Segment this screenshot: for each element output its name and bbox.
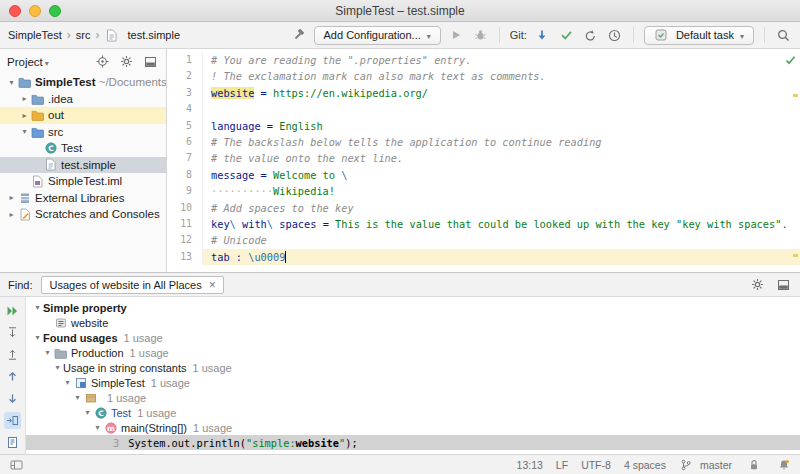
minimize-window-button[interactable] [29, 5, 41, 17]
editor-line-12[interactable]: 12# Unicode [167, 232, 800, 248]
autoscroll-to-source-button[interactable] [4, 412, 21, 429]
inspections-status-icon[interactable] [785, 51, 796, 69]
breadcrumb-project[interactable]: SimpleTest [8, 29, 62, 41]
pkg-icon [83, 392, 98, 404]
find-tree-item-test[interactable]: ▾CTest1 usage [26, 405, 800, 420]
editor-line-7[interactable]: 7# the value onto the next line. [167, 150, 800, 166]
tree-toggle-icon[interactable]: ▸ [19, 94, 30, 103]
zoom-window-button[interactable] [49, 5, 61, 17]
tree-toggle-icon[interactable]: ▾ [32, 303, 43, 312]
breadcrumb-file[interactable]: test.simple [127, 29, 180, 41]
toolbar-separator [499, 27, 500, 43]
pfile-icon [43, 158, 58, 171]
hide-project-panel-button[interactable] [142, 53, 159, 70]
line-number: 12 [167, 232, 203, 248]
editor-line-2[interactable]: 2! The exclamation mark can also mark te… [167, 68, 800, 84]
notifications-icon[interactable] [775, 456, 792, 473]
find-tree-item-production[interactable]: ▾Production1 usage [26, 345, 800, 360]
tree-toggle-icon[interactable]: ▾ [32, 333, 43, 342]
project-tree-item-scratches-and-consoles[interactable]: ▸Scratches and Consoles [0, 206, 166, 223]
tree-toggle-icon[interactable]: ▾ [62, 378, 73, 387]
prop-icon [53, 317, 68, 329]
commit-button[interactable] [558, 27, 575, 44]
add-configuration-button[interactable]: Add Configuration... [314, 26, 441, 45]
find-tree-item-main-string-[interactable]: ▾mmain(String[])1 usage [26, 420, 800, 435]
collapse-all-button[interactable] [4, 346, 21, 363]
editor[interactable]: 1# You are reading the ".properties" ent… [167, 49, 800, 272]
expand-all-button[interactable] [4, 324, 21, 341]
tree-toggle-icon[interactable]: ▾ [6, 78, 17, 87]
rerun-button[interactable] [4, 302, 21, 319]
project-view-selector[interactable]: Project [7, 56, 49, 68]
project-tree-item-out[interactable]: ▸out [0, 107, 166, 124]
editor-line-1[interactable]: 1# You are reading the ".properties" ent… [167, 52, 800, 68]
debug-button[interactable] [472, 27, 489, 44]
next-occurrence-button[interactable] [4, 390, 21, 407]
find-results-tab[interactable]: Usages of website in All Places × [41, 276, 223, 294]
tool-window-switcher-icon[interactable] [8, 456, 25, 473]
readonly-lock-icon[interactable] [745, 456, 762, 473]
close-tab-icon[interactable]: × [209, 279, 216, 291]
find-tree-item-usage-in-string-constants[interactable]: ▾Usage in string constants1 usage [26, 360, 800, 375]
editor-line-11[interactable]: 11key\ with\ spaces = This is the value … [167, 216, 800, 232]
editor-line-13[interactable]: 13tab : \u0009 [167, 249, 800, 265]
breadcrumb-src[interactable]: src [76, 29, 91, 41]
tree-toggle-icon[interactable]: ▸ [6, 210, 17, 219]
find-tree-item-package[interactable]: ▾1 usage [26, 390, 800, 405]
history-button[interactable] [606, 27, 623, 44]
editor-line-4[interactable]: 4 [167, 101, 800, 117]
error-stripe-mark[interactable] [793, 254, 798, 257]
line-separator-indicator[interactable]: LF [556, 459, 568, 471]
previous-occurrence-button[interactable] [4, 368, 21, 385]
update-project-button[interactable] [534, 27, 551, 44]
locate-file-button[interactable] [94, 53, 111, 70]
build-button[interactable] [290, 27, 307, 44]
tree-toggle-icon[interactable]: ▾ [52, 363, 63, 372]
editor-line-9[interactable]: 9··········Wikipedia! [167, 183, 800, 199]
run-button[interactable] [448, 27, 465, 44]
cls-icon: C [93, 407, 108, 419]
editor-line-5[interactable]: 5language = English [167, 118, 800, 134]
editor-line-10[interactable]: 10# Add spaces to the key [167, 200, 800, 216]
error-stripe-mark[interactable] [793, 94, 798, 97]
file-encoding-indicator[interactable]: UTF-8 [581, 459, 611, 471]
window-title: SimpleTest – test.simple [90, 4, 710, 18]
project-tree-item-simpletest-iml[interactable]: SimpleTest.iml [0, 173, 166, 190]
project-tree-item--idea[interactable]: ▸.idea [0, 91, 166, 108]
tree-toggle-icon[interactable]: ▾ [92, 423, 103, 432]
usage-code-line[interactable]: 3System.out.println("simple:website"); [26, 435, 800, 450]
find-tree-item-found-usages[interactable]: ▾Found usages1 usage [26, 330, 800, 345]
rollback-button[interactable] [582, 27, 599, 44]
editor-line-3[interactable]: 3website = https://en.wikipedia.org/ [167, 85, 800, 101]
project-tree-item-test[interactable]: CTest [0, 140, 166, 157]
find-settings-button[interactable] [749, 276, 766, 293]
find-tree-item-website[interactable]: website [26, 315, 800, 330]
tree-toggle-icon[interactable]: ▸ [19, 111, 30, 120]
project-settings-button[interactable] [118, 53, 135, 70]
project-tree-item-external-libraries[interactable]: ▸External Libraries [0, 190, 166, 207]
tree-item-label: .idea [48, 93, 73, 105]
close-window-button[interactable] [9, 5, 21, 17]
tree-toggle-icon[interactable]: ▾ [82, 408, 93, 417]
hide-find-panel-button[interactable] [775, 276, 792, 293]
find-tree-item-simpletest[interactable]: ▾SimpleTest1 usage [26, 375, 800, 390]
properties-file-icon [104, 29, 119, 42]
tree-toggle-icon[interactable]: ▾ [19, 127, 30, 136]
project-tree-item-test-simple[interactable]: test.simple [0, 157, 166, 174]
preview-usages-button[interactable] [4, 434, 21, 451]
editor-line-8[interactable]: 8message = Welcome to \ [167, 167, 800, 183]
git-branch-widget[interactable]: master [679, 459, 732, 471]
project-tree-item-simpletest[interactable]: ▾SimpleTest ~/Documents/ [0, 74, 166, 91]
tree-toggle-icon[interactable]: ▾ [72, 393, 83, 402]
tree-toggle-icon[interactable]: ▸ [6, 193, 17, 202]
find-tree-item-simple-property[interactable]: ▾Simple property [26, 300, 800, 315]
search-everywhere-button[interactable] [775, 27, 792, 44]
caret-position[interactable]: 13:13 [517, 459, 543, 471]
tree-toggle-icon[interactable]: ▾ [42, 348, 53, 357]
indent-indicator[interactable]: 4 spaces [624, 459, 666, 471]
title-bar[interactable]: SimpleTest – test.simple [0, 0, 800, 22]
project-tree-item-src[interactable]: ▾src [0, 124, 166, 141]
editor-line-6[interactable]: 6# The backslash below tells the applica… [167, 134, 800, 150]
chevron-right-icon [95, 28, 99, 42]
task-selector[interactable]: Default task [644, 26, 754, 45]
